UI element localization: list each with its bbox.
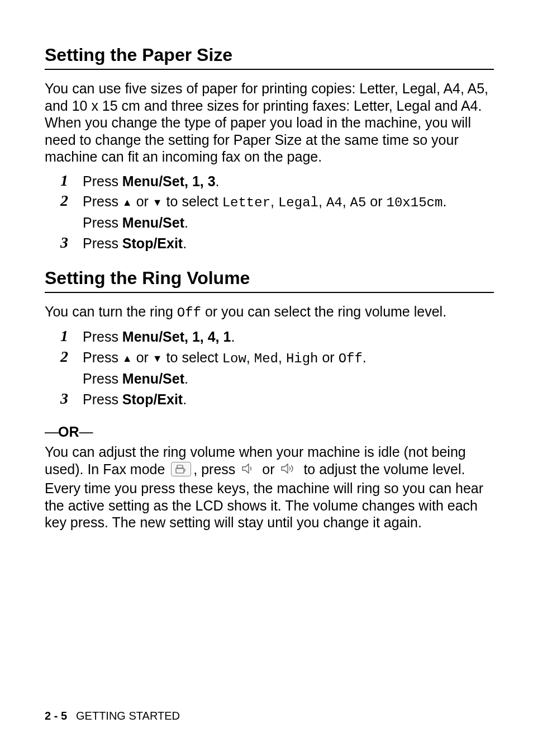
paper-size-step-2: 2 Press ▲ or ▼ to select Letter, Legal, … [60, 192, 494, 232]
option-high: High [286, 351, 318, 366]
text: , press [193, 461, 239, 477]
ring-volume-step-3: 3 Press Stop/Exit. [60, 390, 494, 409]
text: or [318, 349, 339, 365]
ring-volume-step-2: 2 Press ▲ or ▼ to select Low, Med, High … [60, 348, 494, 388]
paper-size-step-3: 3 Press Stop/Exit. [60, 234, 494, 253]
text: You can turn the ring [45, 304, 177, 319]
volume-down-icon [241, 461, 256, 478]
text: to select [163, 349, 222, 365]
menu-set-label: Menu/Set [122, 173, 184, 189]
page-number: 2 - 5 [45, 710, 67, 722]
ring-volume-rule [45, 292, 494, 293]
option-low: Low [222, 351, 246, 366]
option-letter: Letter [222, 195, 270, 210]
dash-icon: — [79, 424, 93, 440]
option-off: Off [177, 305, 201, 320]
paper-size-intro: You can use five sizes of paper for prin… [45, 80, 494, 166]
option-off: Off [339, 351, 363, 366]
dash-icon: — [45, 424, 58, 440]
volume-up-icon [280, 461, 297, 478]
step-number: 1 [60, 328, 83, 345]
step-number: 2 [60, 192, 83, 210]
text: Press [83, 235, 122, 251]
text: , [278, 349, 286, 365]
text: Press [83, 329, 122, 344]
text: Press [83, 193, 122, 209]
stop-exit-label: Stop/Exit [122, 391, 183, 407]
text: Press [83, 391, 122, 407]
step-text: Press Stop/Exit. [83, 234, 187, 253]
stop-exit-label: Stop/Exit [122, 235, 183, 251]
step-text: Press Stop/Exit. [83, 390, 187, 409]
up-arrow-icon: ▲ [122, 352, 132, 365]
text: or [258, 461, 278, 477]
text: . [184, 215, 188, 230]
step-text: Press ▲ or ▼ to select Low, Med, High or… [83, 348, 367, 388]
text: , [342, 193, 350, 209]
text: . [184, 371, 188, 386]
paper-size-heading: Setting the Paper Size [45, 45, 494, 65]
text: Press [83, 173, 122, 189]
key-sequence: , 1, 4, 1 [184, 329, 231, 344]
up-arrow-icon: ▲ [122, 196, 132, 209]
option-a5: A5 [350, 195, 367, 210]
text: . [363, 349, 367, 365]
ring-volume-tail: You can adjust the ring volume when your… [45, 443, 494, 531]
menu-set-label: Menu/Set [122, 329, 184, 344]
text: Press [83, 215, 122, 230]
down-arrow-icon: ▼ [153, 352, 163, 365]
paper-size-rule [45, 69, 494, 70]
chapter-name: GETTING STARTED [76, 710, 180, 722]
option-a4: A4 [326, 195, 342, 210]
text: or [132, 193, 153, 209]
text: . [183, 391, 187, 407]
menu-set-label: Menu/Set [122, 215, 184, 230]
option-10x15: 10x15cm [387, 195, 443, 210]
option-legal: Legal [278, 195, 318, 210]
text: . [183, 235, 187, 251]
step-number: 3 [60, 234, 83, 252]
step-number: 2 [60, 348, 83, 366]
text: . [442, 193, 446, 209]
menu-set-label: Menu/Set [122, 371, 184, 386]
text: to select [163, 193, 222, 209]
text: , [318, 193, 326, 209]
option-med: Med [254, 351, 278, 366]
text: . [231, 329, 235, 344]
text: , [270, 193, 278, 209]
ring-volume-heading: Setting the Ring Volume [45, 268, 494, 289]
text: or you can select the ring volume level. [201, 304, 446, 319]
text: . [216, 173, 220, 189]
text: , [246, 349, 254, 365]
svg-marker-3 [282, 464, 288, 473]
text: Press [83, 349, 122, 365]
ring-volume-step-1: 1 Press Menu/Set, 1, 4, 1. [60, 328, 494, 346]
down-arrow-icon: ▼ [153, 196, 163, 209]
text: or [132, 349, 153, 365]
fax-mode-icon [171, 462, 191, 476]
page-footer: 2 - 5GETTING STARTED [45, 710, 180, 722]
or-label: OR [58, 424, 79, 440]
paper-size-steps: 1 Press Menu/Set, 1, 3. 2 Press ▲ or ▼ t… [45, 172, 494, 253]
step-text: Press Menu/Set, 1, 3. [83, 172, 220, 191]
key-sequence: , 1, 3 [184, 173, 216, 189]
text: or [366, 193, 386, 209]
ring-volume-steps: 1 Press Menu/Set, 1, 4, 1. 2 Press ▲ or … [45, 328, 494, 408]
or-divider: —OR— [45, 424, 494, 440]
step-number: 1 [60, 172, 83, 190]
step-text: Press Menu/Set, 1, 4, 1. [83, 328, 235, 346]
step-text: Press ▲ or ▼ to select Letter, Legal, A4… [83, 192, 446, 232]
text: Press [83, 371, 122, 386]
ring-volume-intro: You can turn the ring Off or you can sel… [45, 303, 494, 321]
step-number: 3 [60, 390, 83, 408]
svg-marker-2 [242, 464, 249, 473]
paper-size-step-1: 1 Press Menu/Set, 1, 3. [60, 172, 494, 191]
